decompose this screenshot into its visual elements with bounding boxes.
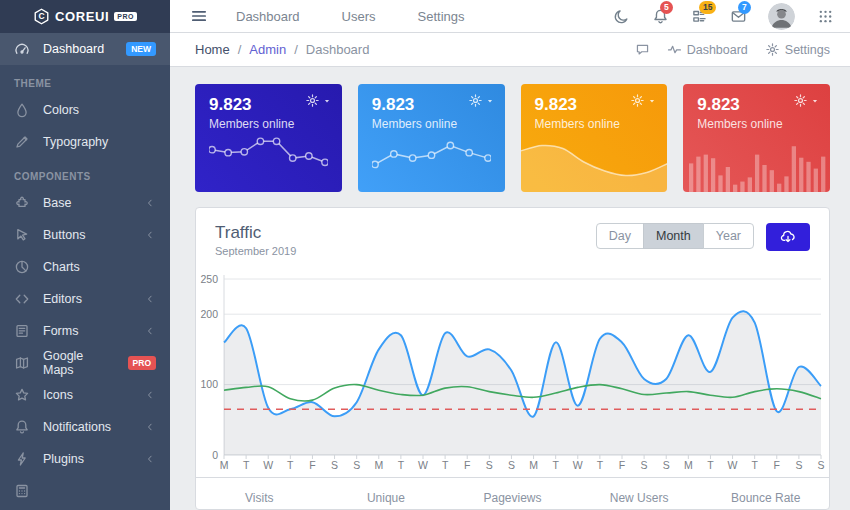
svg-text:M: M [684, 459, 693, 471]
navbar-link-dashboard[interactable]: Dashboard [236, 9, 300, 24]
stat-label: Members online [372, 117, 491, 131]
sidebar-item-icons[interactable]: Icons [0, 379, 170, 411]
footer-metric-pageviews: Pageviews [449, 491, 576, 505]
sidebar-item-forms[interactable]: Forms [0, 315, 170, 347]
sidebar-badge-new: NEW [126, 42, 156, 56]
envelope-icon[interactable]: 7 [729, 7, 747, 25]
chevron-left-icon [144, 453, 156, 465]
sidebar-item-plugins[interactable]: Plugins [0, 443, 170, 475]
sidebar-item-google-maps[interactable]: Google MapsPRO [0, 347, 170, 379]
chart-pie-icon [14, 259, 31, 276]
card-settings-dropdown[interactable] [630, 93, 657, 108]
navbar-link-settings[interactable]: Settings [418, 9, 465, 24]
stat-card-4: 9.823Members online [683, 84, 830, 192]
svg-text:M: M [374, 459, 383, 471]
sidebar-item-label: Colors [43, 103, 79, 117]
sidebar-badge-pro: PRO [128, 356, 156, 370]
sidebar-item-typography[interactable]: Typography [0, 126, 170, 158]
stat-cards-row: 9.823Members online9.823Members online9.… [195, 84, 830, 192]
sidebar-item-buttons[interactable]: Buttons [0, 219, 170, 251]
chevron-left-icon [144, 197, 156, 209]
stat-label: Members online [697, 117, 816, 131]
list-icon[interactable]: 15 [690, 7, 708, 25]
svg-text:W: W [573, 459, 583, 471]
user-avatar[interactable] [768, 3, 795, 30]
cursor-icon [14, 227, 31, 244]
sidebar-item-notifications[interactable]: Notifications [0, 411, 170, 443]
sidebar-item-label: Buttons [43, 228, 85, 242]
sidebar-item-dashboard[interactable]: DashboardNEW [0, 33, 170, 65]
sidebar-item-colors[interactable]: Colors [0, 94, 170, 126]
svg-text:F: F [309, 459, 315, 471]
bell-icon [14, 419, 31, 436]
svg-text:F: F [774, 459, 780, 471]
brand[interactable]: C COREUI PRO [0, 0, 170, 33]
sidebar-item-charts[interactable]: Charts [0, 251, 170, 283]
svg-text:T: T [751, 459, 758, 471]
gear-icon [630, 93, 645, 108]
breadcrumb-tool-settings[interactable]: Settings [765, 42, 830, 57]
traffic-actions: DayMonthYear [596, 223, 810, 251]
range-button-month[interactable]: Month [643, 223, 704, 249]
mini-bar-chart [683, 137, 830, 192]
sidebar-item-label: Charts [43, 260, 80, 274]
sidebar-section-title-theme: THEME [0, 65, 170, 94]
range-button-year[interactable]: Year [703, 223, 754, 249]
notification-badge: 7 [738, 1, 751, 14]
calculator-icon [14, 483, 31, 500]
footer-metric-new-users: New Users [576, 491, 703, 505]
svg-text:S: S [641, 459, 648, 471]
gear-icon [765, 42, 780, 57]
map-icon [14, 355, 31, 372]
card-settings-dropdown[interactable] [793, 93, 820, 108]
traffic-footer: VisitsUniquePageviewsNew UsersBounce Rat… [196, 477, 829, 505]
breadcrumb-item-home[interactable]: Home [195, 42, 230, 57]
svg-text:C: C [39, 11, 45, 21]
sidebar-item-base[interactable]: Base [0, 187, 170, 219]
traffic-chart: 2502001000MTWTFSSMTWTFSSMTWTFSSMTWTFSS [196, 261, 829, 473]
stat-label: Members online [535, 117, 654, 131]
footer-metric-bounce-rate: Bounce Rate [702, 491, 829, 505]
chevron-left-icon [144, 421, 156, 433]
svg-text:M: M [529, 459, 538, 471]
apps-menu-icon[interactable] [816, 7, 834, 25]
caret-down-icon [485, 96, 495, 106]
caret-down-icon [647, 96, 657, 106]
breadcrumb: Home/Admin/Dashboard [195, 42, 369, 57]
mini-line-chart [209, 131, 328, 181]
mini-area-chart [521, 137, 668, 192]
svg-text:S: S [795, 459, 802, 471]
moon-icon[interactable] [612, 7, 630, 25]
traffic-title: Traffic [215, 223, 296, 243]
footer-metric-unique: Unique [323, 491, 450, 505]
range-button-day[interactable]: Day [596, 223, 644, 249]
speedometer-icon [14, 41, 31, 58]
breadcrumb-separator: / [238, 42, 242, 57]
breadcrumb-bar: Home/Admin/Dashboard DashboardSettings [170, 33, 850, 67]
svg-text:S: S [508, 459, 515, 471]
puzzle-icon [14, 195, 31, 212]
breadcrumb-tool-chat[interactable] [635, 42, 650, 57]
breadcrumb-item-admin[interactable]: Admin [249, 42, 286, 57]
download-button[interactable] [766, 223, 810, 251]
top-navbar: DashboardUsersSettings 5157 [170, 0, 850, 33]
sidebar-item-label: Plugins [43, 452, 84, 466]
svg-text:S: S [486, 459, 493, 471]
svg-text:100: 100 [200, 378, 218, 390]
breadcrumb-tools: DashboardSettings [635, 42, 830, 57]
svg-text:F: F [619, 459, 625, 471]
svg-text:S: S [353, 459, 360, 471]
sidebar-item-item[interactable] [0, 475, 170, 507]
breadcrumb-tool-dashboard[interactable]: Dashboard [667, 42, 748, 57]
stat-card-1: 9.823Members online [195, 84, 342, 192]
sidebar-nav: DashboardNEWTHEMEColorsTypographyCOMPONE… [0, 33, 170, 507]
stat-card-2: 9.823Members online [358, 84, 505, 192]
bell-icon[interactable]: 5 [651, 7, 669, 25]
sidebar-item-label: Dashboard [43, 42, 104, 56]
sidebar-item-editors[interactable]: Editors [0, 283, 170, 315]
navbar-link-users[interactable]: Users [342, 9, 376, 24]
sidebar-toggle-button[interactable] [190, 7, 208, 25]
svg-text:W: W [728, 459, 738, 471]
card-settings-dropdown[interactable] [305, 93, 332, 108]
card-settings-dropdown[interactable] [468, 93, 495, 108]
